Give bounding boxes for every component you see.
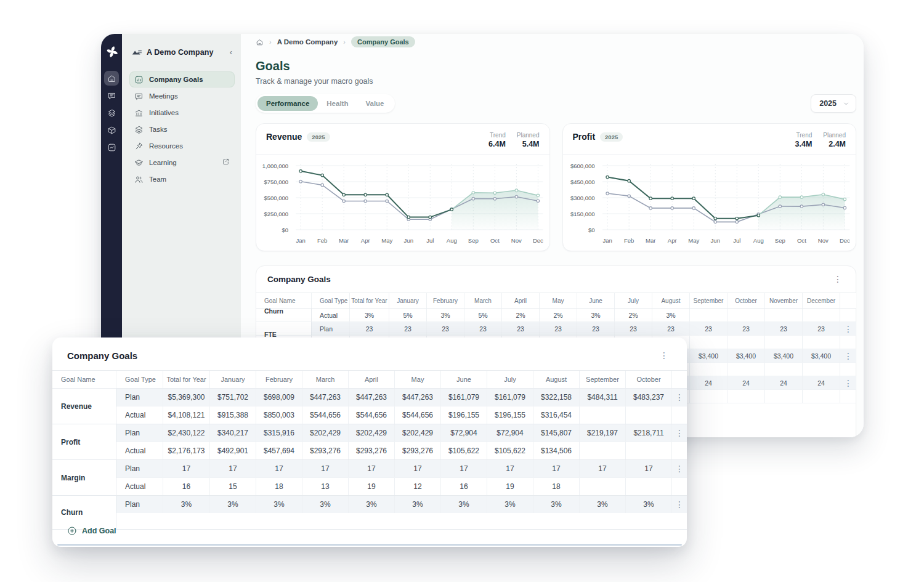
svg-text:Mar: Mar: [645, 237, 655, 244]
horizontal-scrollbar[interactable]: [57, 544, 682, 546]
value-cell: 24: [765, 376, 803, 390]
home-icon: [107, 74, 116, 83]
value-cell: 2%: [540, 309, 577, 322]
breadcrumb-company[interactable]: A Demo Company: [277, 38, 338, 46]
rail-item-layers[interactable]: [104, 105, 119, 120]
value-cell: [765, 309, 803, 322]
sidebar-item-label: Company Goals: [149, 76, 230, 83]
sidebar-item-meetings[interactable]: Meetings: [129, 88, 235, 104]
column-header: May: [395, 371, 441, 388]
goal-type-cell: Actual: [116, 442, 163, 459]
company-switcher[interactable]: A Demo Company ‹: [129, 47, 235, 57]
row-kebab-icon[interactable]: ⋮: [673, 392, 686, 403]
value-cell: $202,429: [395, 424, 441, 442]
sidebar-collapse-icon[interactable]: ‹: [230, 47, 235, 57]
breadcrumb-home-icon[interactable]: [256, 38, 264, 46]
value-cell: $196,155: [441, 406, 487, 424]
value-cell: [580, 406, 626, 424]
rail-item-messages[interactable]: [104, 88, 119, 103]
profit-line-chart: JanFebMarAprMayJunJulAugSepOctNovDec: [599, 161, 851, 248]
table-row: Plan3%3%3%3%3%3%3%3%3%3%3%⋮: [116, 496, 687, 513]
kebab-menu-icon[interactable]: ⋮: [831, 273, 845, 285]
svg-text:Jun: Jun: [404, 237, 413, 244]
column-header: August: [652, 293, 690, 308]
value-cell: $447,263: [302, 389, 349, 406]
value-cell: $484,311: [580, 389, 626, 406]
kebab-menu-icon[interactable]: ⋮: [657, 350, 671, 361]
row-kebab-icon[interactable]: ⋮: [841, 323, 855, 334]
value-cell: 23: [389, 322, 427, 336]
svg-text:Nov: Nov: [817, 237, 828, 244]
sidebar-item-learning[interactable]: Learning: [129, 155, 235, 171]
svg-text:Apr: Apr: [667, 237, 677, 244]
trend-label: Trend: [795, 132, 813, 139]
year-select[interactable]: 2025: [811, 94, 856, 113]
value-cell: 3%: [256, 496, 302, 513]
rail-item-package[interactable]: [104, 123, 119, 137]
goal-name-cell: Margin: [52, 460, 116, 495]
value-cell: $134,506: [533, 442, 580, 459]
value-cell: 19: [349, 478, 395, 495]
value-cell: $483,237: [626, 389, 672, 406]
svg-text:Jan: Jan: [296, 237, 305, 244]
value-cell: 5%: [464, 309, 502, 322]
value-cell: $293,276: [302, 442, 349, 459]
column-header: June: [577, 293, 615, 308]
sidebar-item-team[interactable]: Team: [129, 171, 235, 187]
svg-text:Dec: Dec: [533, 237, 543, 244]
table-header-row: Goal NameGoal TypeTotal for YearJanuaryF…: [256, 293, 856, 309]
column-header: February: [256, 371, 302, 388]
value-cell: 17: [210, 460, 256, 477]
value-cell: $2,430,122: [163, 424, 210, 442]
value-cell: 3%: [487, 496, 533, 513]
sidebar-item-tasks[interactable]: Tasks: [129, 121, 235, 137]
tab-health[interactable]: Health: [318, 96, 357, 111]
tab-performance[interactable]: Performance: [257, 96, 318, 111]
value-cell: $293,276: [349, 442, 395, 459]
value-cell: [727, 363, 765, 376]
row-kebab-icon[interactable]: ⋮: [673, 427, 686, 439]
breadcrumb-current[interactable]: Company Goals: [351, 36, 415, 47]
value-cell: $447,263: [395, 389, 441, 406]
rail-item-analytics[interactable]: [104, 140, 119, 155]
trend-value: 6.4M: [488, 140, 506, 148]
column-header: Goal Type: [116, 371, 163, 388]
add-goal-button[interactable]: Add Goal: [67, 526, 116, 536]
value-cell: 24: [690, 376, 727, 390]
value-cell: 3%: [427, 309, 464, 322]
value-cell: $544,656: [395, 406, 441, 424]
value-cell: [727, 336, 765, 349]
value-cell: $340,217: [210, 424, 256, 442]
value-cell: $3,400: [727, 349, 765, 363]
goal-type-cell: Plan: [116, 424, 163, 442]
sidebar-item-initiatives[interactable]: Initiatives: [129, 105, 235, 121]
year-select-value: 2025: [819, 99, 837, 108]
value-cell: $72,904: [441, 424, 487, 442]
value-cell: 23: [765, 322, 803, 336]
goal-type-cell: Plan: [116, 389, 163, 406]
value-cell: [690, 390, 727, 403]
row-kebab-icon[interactable]: ⋮: [673, 463, 686, 474]
planned-label: Planned: [823, 132, 846, 139]
svg-text:Dec: Dec: [839, 237, 849, 244]
row-kebab-icon[interactable]: ⋮: [841, 378, 855, 389]
value-cell: $219,197: [580, 424, 626, 442]
sidebar-item-company-goals[interactable]: Company Goals: [129, 71, 235, 87]
row-kebab-icon[interactable]: ⋮: [841, 350, 855, 362]
tab-value[interactable]: Value: [357, 96, 392, 111]
stacked-layers-icon: [134, 125, 144, 134]
svg-text:Aug: Aug: [447, 237, 457, 244]
value-cell: [803, 309, 840, 322]
value-cell: [690, 363, 727, 376]
column-header: December: [803, 293, 840, 308]
column-header: November: [765, 293, 803, 308]
value-cell: $105,622: [441, 442, 487, 459]
value-cell: $457,694: [256, 442, 302, 459]
row-kebab-icon[interactable]: ⋮: [673, 499, 686, 510]
column-header: July: [615, 293, 652, 308]
sidebar-item-label: Learning: [149, 159, 216, 166]
sidebar-item-resources[interactable]: Resources: [129, 138, 235, 154]
rail-item-home[interactable]: [104, 71, 119, 86]
value-cell: $72,904: [487, 424, 533, 442]
y-tick-label: $0: [282, 227, 288, 233]
